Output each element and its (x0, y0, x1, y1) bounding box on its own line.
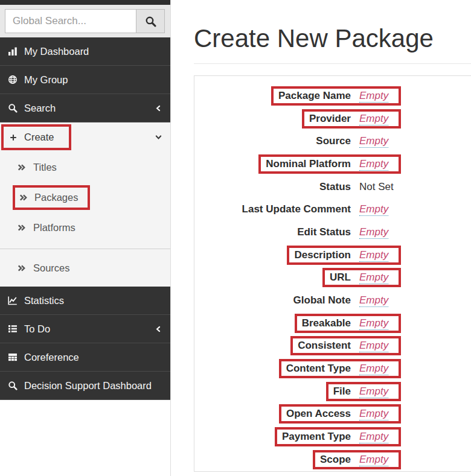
field-label: Package Name (278, 90, 351, 102)
field-value-file[interactable]: Empty (359, 386, 394, 398)
global-search-bar (0, 5, 170, 37)
chevron-down-icon (155, 133, 162, 141)
sidebar-subitem-titles[interactable]: Titles (0, 152, 170, 182)
chevron-left-icon (155, 104, 162, 112)
list-icon (8, 324, 18, 334)
sidebar-item-my-dashboard[interactable]: My Dashboard (0, 37, 170, 66)
field-pair: SourceEmpty (309, 132, 401, 151)
field-pair-container: URLEmpty (194, 268, 401, 287)
field-value-breakable[interactable]: Empty (359, 317, 394, 329)
field-row-last-update-comment: Last Update CommentEmpty (194, 198, 471, 221)
field-value-scope[interactable]: Empty (359, 454, 394, 466)
annotation-box: Payment TypeEmpty (275, 427, 401, 446)
chevron-left-icon (155, 325, 162, 333)
field-pair-container: DescriptionEmpty (194, 246, 401, 265)
field-row-open-access: Open AccessEmpty (194, 403, 471, 426)
sidebar-subitem-packages[interactable]: Packages (0, 182, 170, 212)
field-label: URL (330, 271, 351, 284)
field-row-url: URLEmpty (194, 267, 471, 290)
search-icon (8, 381, 18, 390)
field-value-status: Not Set (359, 181, 394, 193)
annotation-box: DescriptionEmpty (287, 246, 401, 265)
field-row-package-name: Package NameEmpty (194, 84, 471, 107)
field-value-package-name[interactable]: Empty (359, 90, 394, 102)
field-row-nominal-platform: Nominal PlatformEmpty (194, 153, 471, 176)
field-row-global-note: Global NoteEmpty (194, 289, 471, 312)
field-pair-container: Package NameEmpty (194, 86, 401, 106)
field-value-content-type[interactable]: Empty (359, 363, 394, 375)
field-value-global-note[interactable]: Empty (359, 294, 394, 306)
field-value-source[interactable]: Empty (359, 135, 394, 147)
field-list: Package NameEmptyProviderEmptySourceEmpt… (194, 84, 471, 471)
sidebar-item-coreference[interactable]: Coreference (0, 343, 170, 372)
sidebar-nav: My DashboardMy GroupSearchCreateTitlesPa… (0, 37, 170, 400)
field-label: File (333, 386, 351, 398)
field-label: Nominal Platform (266, 158, 351, 170)
annotation-box: BreakableEmpty (295, 314, 401, 333)
global-search-button[interactable] (136, 9, 165, 33)
angle-double-right-icon (17, 264, 26, 273)
field-value-payment-type[interactable]: Empty (359, 431, 394, 443)
sidebar-subitem-platforms[interactable]: Platforms (0, 212, 170, 243)
field-row-provider: ProviderEmpty (194, 107, 471, 130)
field-value-open-access[interactable]: Empty (359, 408, 394, 420)
search-icon (8, 103, 18, 113)
field-label: Status (319, 181, 351, 193)
field-value-provider[interactable]: Empty (359, 113, 394, 125)
field-pair-container: Open AccessEmpty (194, 404, 401, 424)
sidebar-item-label: Sources (33, 262, 70, 274)
sidebar-top-strip (0, 0, 170, 5)
field-label: Breakable (302, 317, 351, 329)
sidebar-item-create[interactable]: Create (0, 122, 170, 152)
annotation-box: URLEmpty (322, 268, 401, 287)
field-value-consistent[interactable]: Empty (359, 340, 394, 352)
sidebar-item-label: Create (24, 132, 54, 143)
field-row-consistent: ConsistentEmpty (194, 335, 471, 358)
field-row-edit-status: Edit StatusEmpty (194, 221, 471, 244)
field-label: Source (316, 135, 351, 147)
line-chart-icon (8, 296, 18, 305)
field-label: Consistent (298, 340, 351, 352)
sidebar-item-label: Titles (33, 162, 57, 173)
field-value-last-update-comment[interactable]: Empty (359, 203, 394, 215)
field-label: Edit Status (297, 226, 351, 238)
sidebar-item-statistics[interactable]: Statistics (0, 287, 170, 315)
sidebar-item-label: Coreference (24, 352, 79, 363)
field-pair-container: FileEmpty (194, 382, 401, 401)
field-label: Description (294, 249, 351, 261)
field-row-source: SourceEmpty (194, 130, 471, 153)
field-pair-container: Edit StatusEmpty (194, 223, 401, 242)
app-window: My DashboardMy GroupSearchCreateTitlesPa… (0, 0, 471, 476)
field-row-file: FileEmpty (194, 380, 471, 403)
field-label: Last Update Comment (242, 203, 351, 215)
field-row-payment-type: Payment TypeEmpty (194, 425, 471, 448)
title-divider (194, 63, 471, 64)
angle-double-right-icon (17, 223, 26, 232)
sidebar-item-my-group[interactable]: My Group (0, 66, 170, 94)
field-pair-container: ProviderEmpty (194, 109, 401, 129)
sidebar-item-label: Statistics (24, 295, 64, 306)
sidebar-item-decision-support-dashboard[interactable]: Decision Support Dashboard (0, 372, 170, 400)
annotation-box: Nominal PlatformEmpty (258, 154, 401, 174)
sidebar-item-search[interactable]: Search (0, 94, 170, 122)
field-pair: Global NoteEmpty (286, 291, 401, 310)
annotation-box: Content TypeEmpty (279, 359, 401, 378)
sidebar-item-label: My Dashboard (24, 46, 89, 57)
global-search-input[interactable] (5, 9, 136, 33)
field-value-nominal-platform[interactable]: Empty (359, 158, 394, 170)
annotation-box: Create (1, 124, 71, 150)
annotation-box: ProviderEmpty (302, 109, 401, 129)
field-value-description[interactable]: Empty (359, 249, 394, 261)
sidebar: My DashboardMy GroupSearchCreateTitlesPa… (0, 0, 171, 476)
field-value-edit-status[interactable]: Empty (359, 226, 394, 238)
sidebar-subitem-sources[interactable]: Sources (0, 249, 170, 287)
annotation-box: ScopeEmpty (313, 450, 401, 469)
field-pair: Edit StatusEmpty (290, 223, 401, 242)
sidebar-item-to-do[interactable]: To Do (0, 315, 170, 343)
field-row-description: DescriptionEmpty (194, 244, 471, 267)
bar-chart-icon (8, 46, 18, 56)
field-value-url[interactable]: Empty (359, 271, 394, 284)
field-label: Payment Type (282, 431, 351, 443)
field-row-content-type: Content TypeEmpty (194, 357, 471, 380)
field-label: Provider (309, 113, 351, 125)
